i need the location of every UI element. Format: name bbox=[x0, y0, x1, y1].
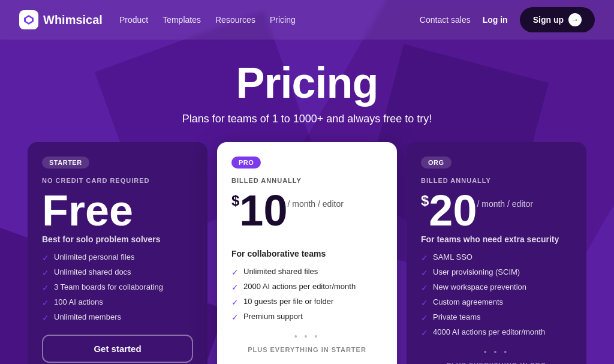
pricing-section: STARTER NO CREDIT CARD REQUIRED Free Bes… bbox=[0, 142, 614, 364]
org-price: $ 20 / month / editor bbox=[421, 189, 572, 232]
check-icon: ✓ bbox=[421, 313, 428, 323]
pro-badge-label: PRO bbox=[239, 159, 254, 166]
starter-badge: STARTER bbox=[42, 157, 89, 169]
logo-link[interactable]: Whimsical bbox=[19, 10, 103, 29]
list-item: ✓2000 AI actions per editor/month bbox=[231, 282, 383, 292]
page-title: Pricing bbox=[0, 61, 614, 104]
check-icon: ✓ bbox=[42, 283, 49, 293]
starter-no-cc: NO CREDIT CARD REQUIRED bbox=[42, 177, 193, 184]
list-item: ✓Private teams bbox=[421, 312, 572, 323]
logo-text: Whimsical bbox=[43, 13, 103, 27]
list-item: ✓Premium support bbox=[231, 312, 383, 322]
org-description: For teams who need extra security bbox=[421, 234, 572, 244]
check-icon: ✓ bbox=[421, 328, 428, 338]
navbar-right: Contact sales Log in Sign up → bbox=[420, 7, 595, 32]
list-item: ✓3 Team boards for collaborating bbox=[42, 282, 193, 293]
nav-resources[interactable]: Resources bbox=[215, 15, 255, 25]
check-icon: ✓ bbox=[421, 253, 428, 263]
signup-button[interactable]: Sign up → bbox=[520, 7, 595, 32]
pro-description: For collaborative teams bbox=[231, 249, 383, 258]
org-price-period: / month / editor bbox=[477, 200, 532, 208]
starter-price-amount: Free bbox=[42, 189, 133, 232]
nav-links: Product Templates Resources Pricing bbox=[119, 14, 296, 25]
org-price-dollar: $ bbox=[421, 194, 429, 208]
pro-dots-divider: • • • bbox=[231, 332, 383, 341]
pro-badge: PRO bbox=[231, 157, 261, 169]
check-icon: ✓ bbox=[42, 313, 49, 323]
list-item: ✓Unlimited personal files bbox=[42, 252, 193, 263]
org-billing: BILLED ANNUALLY bbox=[421, 177, 572, 184]
starter-badge-label: STARTER bbox=[49, 159, 82, 166]
starter-price: Free bbox=[42, 189, 193, 232]
check-icon: ✓ bbox=[42, 298, 49, 308]
pro-billing: BILLED ANNUALLY bbox=[231, 177, 383, 184]
pro-price-dollar: $ bbox=[231, 194, 239, 208]
check-icon: ✓ bbox=[231, 282, 239, 292]
hero-subtitle: Plans for teams of 1 to 1000+ and always… bbox=[0, 113, 614, 125]
navbar-left: Whimsical Product Templates Resources Pr… bbox=[19, 10, 296, 29]
org-feature-list: ✓SAML SSO ✓User provisioning (SCIM) ✓New… bbox=[421, 252, 572, 338]
starter-plan-card: STARTER NO CREDIT CARD REQUIRED Free Bes… bbox=[28, 142, 207, 364]
starter-feature-list: ✓Unlimited personal files ✓Unlimited sha… bbox=[42, 252, 193, 323]
list-item: ✓Custom agreements bbox=[421, 297, 572, 308]
pro-price-period: / month / editor bbox=[287, 200, 343, 208]
list-item: ✓Unlimited shared files bbox=[231, 267, 383, 277]
list-item: ✓User provisioning (SCIM) bbox=[421, 267, 572, 278]
signup-arrow-icon: → bbox=[568, 13, 582, 26]
navbar: Whimsical Product Templates Resources Pr… bbox=[0, 0, 614, 40]
pro-feature-list: ✓Unlimited shared files ✓2000 AI actions… bbox=[231, 267, 383, 322]
list-item: ✓New workspace prevention bbox=[421, 282, 572, 293]
logo-icon bbox=[19, 10, 38, 29]
check-icon: ✓ bbox=[421, 268, 428, 278]
org-plan-card: ORG BILLED ANNUALLY $ 20 / month / edito… bbox=[407, 142, 586, 364]
contact-sales-link[interactable]: Contact sales bbox=[420, 15, 471, 25]
list-item: ✓4000 AI actions per editor/month bbox=[421, 327, 572, 338]
org-badge-label: ORG bbox=[428, 159, 444, 166]
list-item: ✓10 guests per file or folder bbox=[231, 297, 383, 307]
org-plus-everything: PLUS EVERYTHING IN PRO bbox=[421, 362, 572, 364]
check-icon: ✓ bbox=[231, 267, 239, 277]
nav-product[interactable]: Product bbox=[119, 15, 148, 25]
pro-price: $ 10 / month / editor bbox=[231, 189, 383, 232]
list-item: ✓100 AI actions bbox=[42, 297, 193, 308]
list-item: ✓Unlimited members bbox=[42, 312, 193, 323]
starter-cta-button[interactable]: Get started bbox=[42, 335, 193, 363]
pro-plus-everything: PLUS EVERYTHING IN STARTER bbox=[231, 346, 383, 353]
pro-price-amount: 10 bbox=[239, 189, 287, 232]
login-link[interactable]: Log in bbox=[483, 15, 508, 25]
nav-pricing[interactable]: Pricing bbox=[270, 15, 296, 25]
list-item: ✓Unlimited shared docs bbox=[42, 267, 193, 278]
pro-plan-card: PRO BILLED ANNUALLY $ 10 / month / edito… bbox=[217, 142, 397, 364]
hero-section: Pricing Plans for teams of 1 to 1000+ an… bbox=[0, 40, 614, 142]
signup-label: Sign up bbox=[533, 15, 564, 25]
list-item: ✓SAML SSO bbox=[421, 252, 572, 263]
pro-price-alt: Or $12 /editor billed monthly bbox=[231, 234, 383, 243]
org-price-amount: 20 bbox=[429, 189, 477, 232]
org-badge: ORG bbox=[421, 157, 452, 169]
starter-description: Best for solo problem solvers bbox=[42, 234, 193, 244]
check-icon: ✓ bbox=[421, 283, 428, 293]
check-icon: ✓ bbox=[231, 312, 239, 322]
check-icon: ✓ bbox=[421, 298, 428, 308]
check-icon: ✓ bbox=[42, 253, 49, 263]
check-icon: ✓ bbox=[42, 268, 49, 278]
check-icon: ✓ bbox=[231, 297, 239, 307]
nav-templates[interactable]: Templates bbox=[162, 15, 201, 25]
org-dots-divider: • • • bbox=[421, 347, 572, 357]
